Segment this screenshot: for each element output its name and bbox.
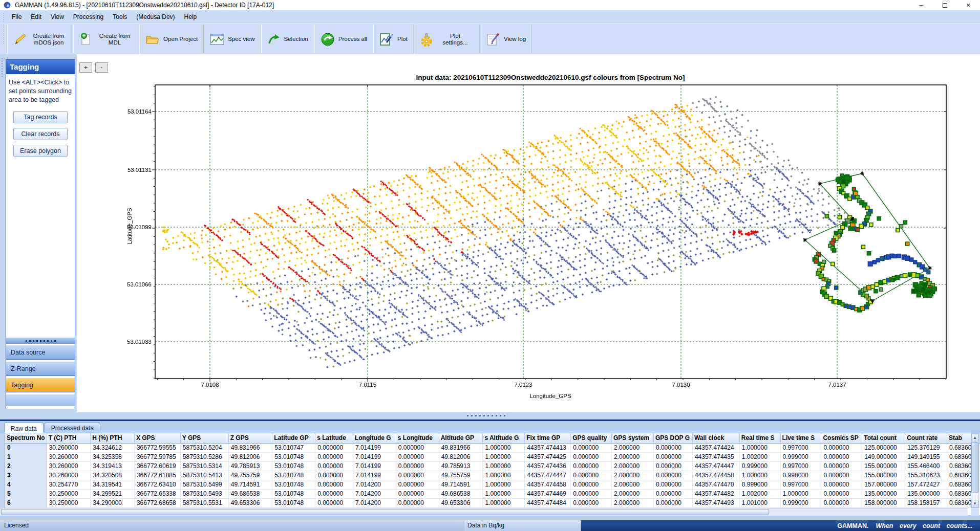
maximize-button[interactable]	[933, 0, 956, 10]
table-cell: 0.997000	[780, 461, 821, 471]
table-row[interactable]: 030.26000034.324612366772.595555875310.5…	[5, 443, 980, 452]
tab-raw-data[interactable]: Raw data	[4, 423, 44, 433]
column-header[interactable]: Live time S	[780, 433, 821, 443]
clear-records-button[interactable]: Clear records	[13, 128, 68, 140]
selection-button[interactable]: Selection	[261, 24, 314, 54]
sidebar-drag-grip[interactable]	[1, 57, 3, 78]
menu-edit[interactable]: Edit	[26, 12, 46, 22]
accordion-item-data-source[interactable]: Data source	[6, 345, 75, 360]
main-area: Tagging Use <ALT><Click> to set points s…	[0, 54, 980, 412]
table-cell: 0.000000	[396, 461, 439, 471]
toolbar-drag-grip[interactable]	[3, 24, 5, 45]
table-cell: 125.000000	[862, 443, 905, 452]
scrollbar-corner	[971, 508, 979, 516]
view-log-button[interactable]: View log	[480, 24, 532, 54]
column-header[interactable]: Count rate	[905, 433, 947, 443]
table-cell: 149.000000	[862, 452, 905, 461]
column-header[interactable]: s Altitude G	[483, 433, 525, 443]
table-cell: 0.000000	[653, 443, 692, 452]
column-header[interactable]: GPS system	[612, 433, 654, 443]
column-header[interactable]: Altitude GP	[439, 433, 483, 443]
column-header[interactable]: Y GPS	[180, 433, 228, 443]
table-cell: 5875310.5314	[180, 461, 228, 471]
tab-processed-data[interactable]: Processed data	[45, 423, 100, 433]
table-cell: 49.714591	[228, 480, 272, 489]
column-header[interactable]: Z GPS	[228, 433, 272, 443]
accordion-item-z-range[interactable]: Z-Range	[6, 361, 75, 376]
column-header[interactable]: Cosmics SP	[821, 433, 862, 443]
brand-name: GAMMAN.	[837, 522, 868, 529]
minimize-button[interactable]: ─	[909, 0, 933, 10]
plot-settings-button[interactable]: Plot settings...	[414, 24, 480, 54]
column-header[interactable]: GPS DOP G	[653, 433, 692, 443]
table-cell: 158.000000	[862, 498, 905, 507]
menu-processing[interactable]: Processing	[69, 12, 108, 22]
table-cell: 44357.474484	[525, 498, 571, 507]
table-cell: 0.000000	[396, 452, 439, 461]
table-row[interactable]: 330.26000034.320508366772.618855875310.5…	[5, 471, 980, 480]
menu-drag-grip[interactable]	[3, 12, 5, 21]
menu-tools[interactable]: Tools	[108, 12, 132, 22]
column-header[interactable]: Longitude G	[353, 433, 396, 443]
accordion-splitter[interactable]	[6, 338, 75, 344]
table-cell: 1.000000	[483, 471, 525, 480]
table-row[interactable]: 630.25000034.290000366772.686585875310.5…	[5, 498, 980, 507]
toolbar: Create from mDOS json Create from MDL Op…	[0, 24, 980, 54]
survey-scatter-plot[interactable]	[77, 54, 980, 412]
plot-button[interactable]: Plot	[373, 24, 414, 54]
column-header[interactable]: Wall clock	[692, 433, 739, 443]
column-header[interactable]: T (C) PTH	[47, 433, 91, 443]
table-row[interactable]: 430.25477034.319541366772.634105875310.5…	[5, 480, 980, 489]
close-button[interactable]: ✕	[956, 0, 980, 10]
scroll-down-button[interactable]: ▼	[971, 500, 978, 507]
horizontal-scroll-thumb[interactable]	[1, 509, 769, 515]
data-tab-bar: Raw data Processed data	[0, 421, 980, 433]
table-row[interactable]: 130.26000034.325358366772.597855875310.5…	[5, 452, 980, 461]
vertical-scrollbar[interactable]: ▲ ▼	[971, 433, 979, 508]
table-cell: 44357.474447	[692, 461, 739, 471]
table-cell: 49.785913	[228, 461, 272, 471]
title-bar: GAMMAN (1.49.96.815) - [20210610T112309O…	[0, 0, 980, 10]
table-cell: 366772.65338	[134, 489, 180, 498]
create-from-mdos-json-button[interactable]: Create from mDOS json	[7, 24, 73, 54]
open-project-button[interactable]: Open Project	[139, 24, 204, 54]
column-header[interactable]: s Latitude	[315, 433, 353, 443]
column-header[interactable]: Fix time GP	[525, 433, 571, 443]
menu-help[interactable]: Help	[180, 12, 202, 22]
menu-medusa-dev[interactable]: (Medusa Dev)	[132, 12, 179, 22]
horizontal-splitter[interactable]	[0, 412, 980, 419]
column-header[interactable]: X GPS	[134, 433, 180, 443]
column-header[interactable]: Spectrum No	[5, 433, 47, 443]
process-all-button[interactable]: Process all	[314, 24, 373, 54]
table-cell: 0.000000	[315, 480, 353, 489]
table-cell: 49.831966	[439, 443, 483, 452]
table-cell: 34.290000	[91, 498, 135, 507]
horizontal-scrollbar[interactable]	[0, 508, 968, 516]
column-header[interactable]: s Longitude	[396, 433, 439, 443]
create-from-mdl-button[interactable]: Create from MDL	[73, 24, 139, 54]
y-axis-label: Latitude_GPS	[126, 203, 133, 249]
menu-file[interactable]: File	[7, 12, 26, 22]
scroll-up-button[interactable]: ▲	[971, 434, 978, 441]
row-header-cell: 3	[5, 471, 47, 480]
column-header[interactable]: Real time S	[739, 433, 780, 443]
table-cell: 0.997000	[780, 443, 821, 452]
y-tick-label: 53.01131	[118, 167, 152, 173]
table-cell: 53.010748	[272, 461, 315, 471]
spec-view-button[interactable]: Spec view	[204, 24, 261, 54]
tag-records-button[interactable]: Tag records	[13, 111, 68, 123]
table-cell: 366772.61885	[134, 471, 180, 480]
menu-view[interactable]: View	[46, 12, 69, 22]
table-cell: 0.000000	[315, 498, 353, 507]
vertical-scroll-thumb[interactable]	[971, 442, 978, 493]
table-cell: 1.000000	[483, 452, 525, 461]
table-row[interactable]: 230.26000034.319413366772.606195875310.5…	[5, 461, 980, 471]
table-cell: 30.250000	[47, 489, 91, 498]
table-row[interactable]: 530.25000034.299521366772.653385875310.5…	[5, 489, 980, 498]
column-header[interactable]: GPS quality	[571, 433, 612, 443]
accordion-item-tagging[interactable]: Tagging	[6, 378, 75, 392]
erase-polygon-button[interactable]: Erase polygon	[13, 145, 68, 157]
column-header[interactable]: Total count	[862, 433, 905, 443]
column-header[interactable]: Latitude GP	[272, 433, 315, 443]
column-header[interactable]: H (%) PTH	[91, 433, 135, 443]
